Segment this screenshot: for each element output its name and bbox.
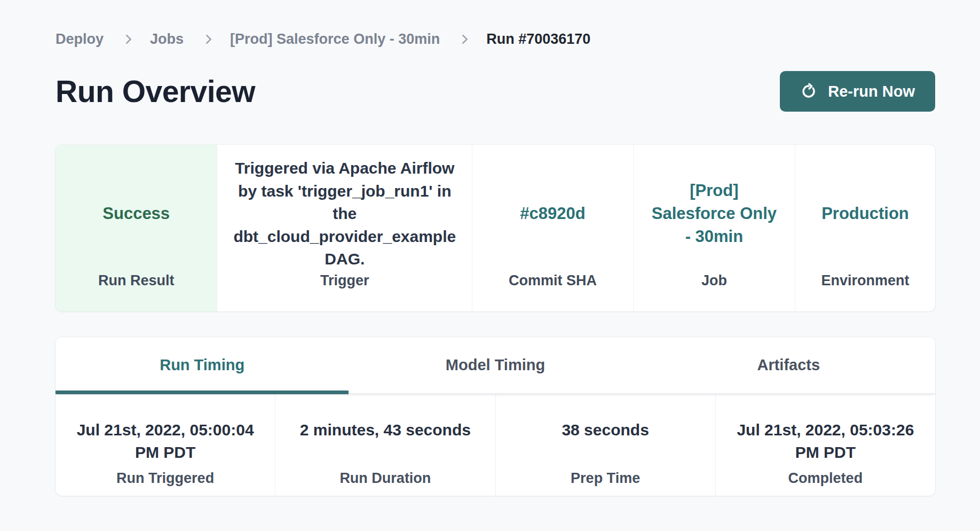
run-timing-row: Jul 21st, 2022, 05:00:04 PM PDT Run Trig…	[56, 394, 935, 496]
card-job: [Prod] Salesforce Only - 30min Job	[633, 145, 795, 311]
run-summary-panel: Success Run Result Triggered via Apache …	[56, 145, 935, 311]
breadcrumb-item-deploy[interactable]: Deploy	[56, 31, 104, 48]
breadcrumb-item-jobs[interactable]: Jobs	[150, 31, 184, 48]
trigger-value: Triggered via Apache Airflow by task 'tr…	[233, 157, 456, 271]
page-header: Run Overview Re-run Now	[56, 71, 935, 112]
run-duration-label: Run Duration	[275, 470, 495, 487]
job-link[interactable]: [Prod] Salesforce Only - 30min	[650, 179, 779, 248]
tab-bar: Run Timing Model Timing Artifacts	[56, 337, 935, 394]
rerun-now-button[interactable]: Re-run Now	[780, 71, 935, 112]
card-trigger: Triggered via Apache Airflow by task 'tr…	[217, 145, 472, 311]
timing-cell-run-triggered: Jul 21st, 2022, 05:00:04 PM PDT Run Trig…	[56, 394, 275, 496]
run-result-value: Success	[102, 202, 170, 225]
run-detail-panel: Run Timing Model Timing Artifacts Jul 21…	[56, 337, 935, 496]
prep-time-value: 38 seconds	[496, 419, 715, 470]
environment-label: Environment	[821, 272, 909, 289]
breadcrumb-item-job-name[interactable]: [Prod] Salesforce Only - 30min	[230, 31, 440, 48]
completed-value: Jul 21st, 2022, 05:03:26 PM PDT	[716, 419, 935, 470]
chevron-right-icon	[122, 34, 131, 44]
tab-model-timing[interactable]: Model Timing	[349, 337, 642, 393]
run-overview-page: Deploy Jobs [Prod] Salesforce Only - 30m…	[0, 0, 980, 496]
run-triggered-label: Run Triggered	[56, 470, 275, 487]
trigger-label: Trigger	[320, 272, 369, 289]
timing-cell-prep-time: 38 seconds Prep Time	[495, 394, 715, 496]
job-label: Job	[701, 272, 727, 289]
completed-label: Completed	[716, 470, 935, 487]
rerun-now-button-label: Re-run Now	[828, 83, 915, 100]
tab-run-timing[interactable]: Run Timing	[56, 337, 349, 393]
card-run-result: Success Run Result	[56, 145, 217, 311]
timing-cell-completed: Jul 21st, 2022, 05:03:26 PM PDT Complete…	[715, 394, 935, 496]
chevron-right-icon	[458, 34, 468, 44]
chevron-right-icon	[202, 34, 211, 44]
prep-time-label: Prep Time	[496, 470, 715, 487]
tab-artifacts[interactable]: Artifacts	[642, 337, 935, 393]
run-duration-value: 2 minutes, 43 seconds	[275, 419, 495, 470]
page-title: Run Overview	[56, 74, 255, 109]
card-commit-sha: #c8920d Commit SHA	[472, 145, 633, 311]
card-environment: Production Environment	[795, 145, 935, 311]
run-triggered-value: Jul 21st, 2022, 05:00:04 PM PDT	[56, 419, 275, 470]
commit-sha-link[interactable]: #c8920d	[520, 202, 585, 225]
environment-link[interactable]: Production	[821, 202, 909, 225]
refresh-icon	[800, 83, 817, 100]
breadcrumb-item-run-number: Run #70036170	[486, 31, 590, 48]
breadcrumb: Deploy Jobs [Prod] Salesforce Only - 30m…	[56, 31, 935, 48]
commit-sha-label: Commit SHA	[509, 272, 597, 289]
timing-cell-run-duration: 2 minutes, 43 seconds Run Duration	[275, 394, 495, 496]
run-result-label: Run Result	[98, 272, 175, 289]
